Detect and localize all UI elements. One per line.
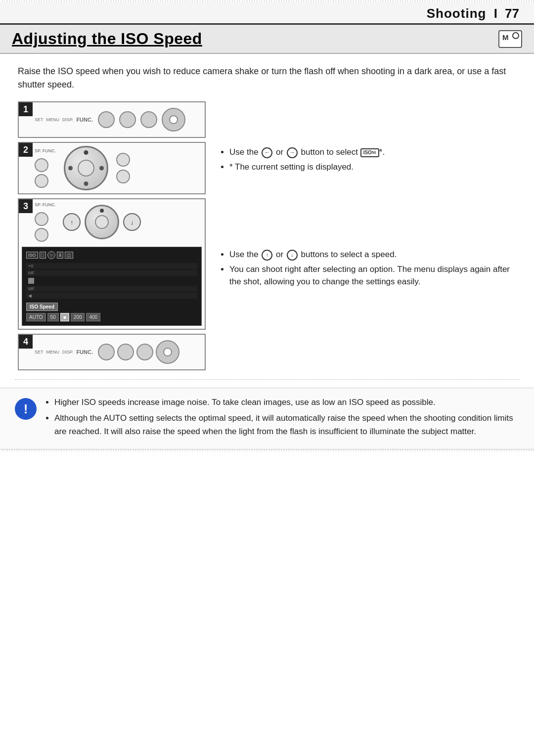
right-arrow-btn: → <box>287 147 298 158</box>
step-2-right-controls <box>116 153 130 183</box>
iso-50: 50 <box>47 313 59 321</box>
iso-badge: ISO50 <box>360 148 379 157</box>
side-btn-2 <box>35 174 48 188</box>
main-dial <box>64 146 108 190</box>
left-arrow-btn: ← <box>262 147 272 158</box>
step-2-side-labels: SP. FUNC. <box>35 148 56 188</box>
iso-speed-options: AUTO 50 ■ 200 400 <box>26 313 197 321</box>
screen-circle-icon: ○ <box>47 251 55 259</box>
step-2-box: 2 SP. FUNC. <box>18 142 206 194</box>
screen-top-row: ISO □ ○ å ◫ <box>26 251 197 259</box>
page-number: 77 <box>505 6 519 21</box>
intro-text: Raise the ISO speed when you wish to red… <box>18 65 516 91</box>
step-2-number: 2 <box>19 143 33 157</box>
step-3-btn-right: ↓ <box>123 213 141 231</box>
instructions-column: Use the ← or → button to select ISO50*. … <box>206 101 516 374</box>
screen-menu-1: +0 <box>26 263 197 269</box>
screen-top-icons: ISO □ ○ å ◫ <box>26 251 73 259</box>
main-content: Raise the ISO speed when you wish to red… <box>0 54 534 374</box>
screen-menu-items: +0 MF MF ◀ <box>26 263 197 299</box>
step-3-dial-area: ↑ ↓ <box>63 205 141 239</box>
step-4-number: 4 <box>19 335 33 349</box>
screen-menu-4: ◀ <box>26 293 197 299</box>
screen-extra-icon: ◫ <box>65 252 73 259</box>
side-btn-1 <box>35 158 48 172</box>
iso-auto: AUTO <box>26 313 46 321</box>
step-3-btn-left: ↑ <box>63 213 81 231</box>
warning-section: ! Higher ISO speeds increase image noise… <box>0 388 534 449</box>
instruction-1-1: Use the ← or → button to select ISO50*. <box>229 146 516 159</box>
step-3-number: 3 <box>19 199 33 213</box>
step-2-content: SP. FUNC. <box>19 143 205 193</box>
instruction-2-1: Use the ↑ or ↓ buttons to select a speed… <box>229 248 516 261</box>
s3-side-btn-2 <box>35 228 48 242</box>
step-4-box: 4 SET MENU DISP. FUNC. <box>18 334 206 370</box>
screen-menu-2: MF <box>26 270 197 276</box>
cam-btn-3 <box>140 111 157 128</box>
steps-column: 1 SET MENU DISP. FUNC. <box>18 101 206 374</box>
instruction-block-2: Use the ↑ or ↓ buttons to select a speed… <box>221 248 516 290</box>
warning-item-1: Higher ISO speeds increase image noise. … <box>54 396 519 409</box>
mode-icon: M <box>498 30 522 48</box>
cam-btn-func <box>162 108 185 132</box>
warning-item-2: Although the AUTO setting selects the op… <box>54 412 519 438</box>
step-3-dial <box>85 205 119 239</box>
cam-btn-1 <box>98 111 115 128</box>
step-3-side-labels: SP. FUNC. <box>35 202 56 242</box>
s4-btn-3 <box>136 344 153 360</box>
cam-btn-2 <box>119 111 136 128</box>
step-1-box: 1 SET MENU DISP. FUNC. <box>18 101 206 138</box>
right-btn-2 <box>116 170 130 183</box>
s4-btn-1 <box>98 344 115 360</box>
step-1-number: 1 <box>19 102 33 116</box>
step-1-content: SET MENU DISP. FUNC. <box>19 102 205 137</box>
section-title: Adjusting the ISO Speed <box>12 30 202 48</box>
s3-side-btn-1 <box>35 212 48 226</box>
step-3-top-content: SP. FUNC. ↑ ↓ <box>19 199 205 244</box>
screen-mode-icon: å <box>57 252 63 259</box>
down-btn: ↓ <box>287 250 298 261</box>
right-btn-1 <box>116 153 130 167</box>
iso-400: 400 <box>86 313 100 321</box>
page-separator: I <box>490 6 501 21</box>
instruction-1-2: * The current setting is displayed. <box>229 161 516 174</box>
iso-selected: ■ <box>60 313 69 321</box>
camera-screen: ISO □ ○ å ◫ +0 MF M <box>22 247 202 326</box>
screen-square-icon: □ <box>40 252 46 259</box>
dotted-separator <box>15 379 519 380</box>
instruction-block-1: Use the ← or → button to select ISO50*. … <box>221 146 516 175</box>
warning-text: Higher ISO speeds increase image noise. … <box>45 396 519 441</box>
page-header: Shooting I 77 <box>0 2 534 25</box>
up-btn: ↑ <box>262 250 272 261</box>
instruction-2-2: You can shoot right after selecting an o… <box>229 263 516 288</box>
section-label: Shooting <box>427 6 487 21</box>
iso-speed-label: ISO Speed <box>26 303 58 311</box>
section-title-bar: Adjusting the ISO Speed M <box>0 25 534 54</box>
screen-iso-icon: ISO <box>26 252 38 259</box>
s4-btn-2 <box>117 344 134 360</box>
screen-color-box <box>28 278 34 284</box>
warning-icon: ! <box>15 398 37 420</box>
step-3-box: 3 SP. FUNC. ↑ <box>18 198 206 330</box>
steps-area: 1 SET MENU DISP. FUNC. <box>18 101 516 374</box>
s4-btn-func <box>156 340 179 364</box>
screen-menu-3: MF <box>26 286 197 292</box>
footer-border <box>0 449 534 451</box>
step-4-content: SET MENU DISP. FUNC. <box>19 335 205 369</box>
iso-200: 200 <box>71 313 85 321</box>
